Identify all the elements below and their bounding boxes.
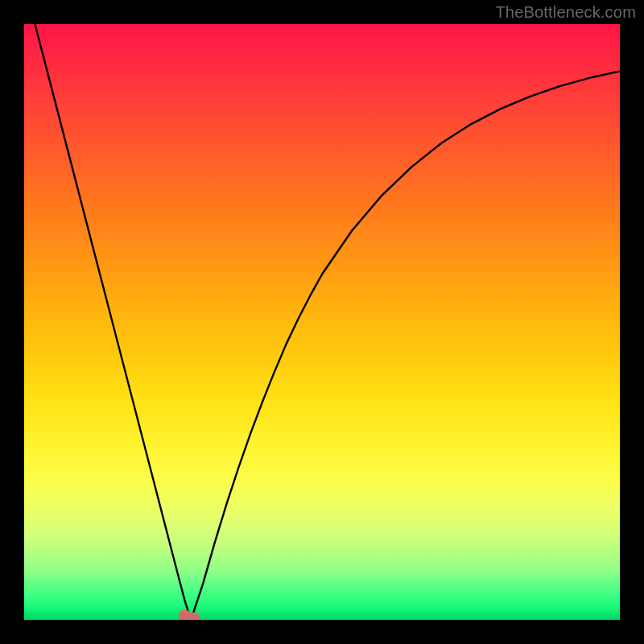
bottleneck-curve-layer bbox=[24, 24, 620, 620]
plot-area bbox=[24, 24, 620, 620]
bottleneck-curve bbox=[24, 24, 620, 620]
chart-frame: TheBottleneck.com bbox=[0, 0, 644, 644]
watermark-text: TheBottleneck.com bbox=[495, 3, 636, 22]
markers-group bbox=[179, 610, 200, 620]
